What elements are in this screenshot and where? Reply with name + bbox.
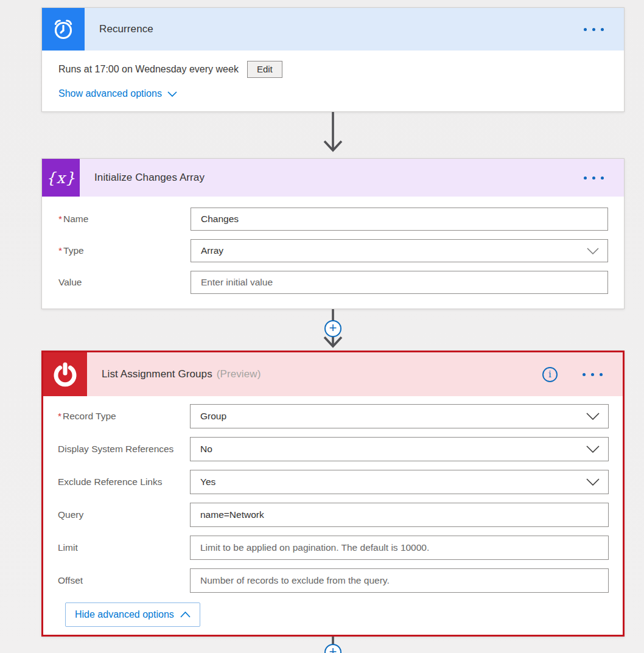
flow-connector: +	[41, 637, 625, 651]
list-assignment-groups-card: List Assignment Groups(Preview) i *Recor…	[41, 351, 625, 637]
card-menu-ellipsis-icon[interactable]	[581, 368, 604, 381]
preview-tag: (Preview)	[217, 368, 261, 380]
variable-glyph: {x}	[46, 169, 76, 187]
recurrence-card: Recurrence Runs at 17:00 on Wednesday ev…	[41, 7, 625, 112]
value-field-label: Value	[58, 276, 191, 289]
alarm-clock-icon	[42, 8, 85, 51]
query-input-wrapper	[190, 503, 609, 527]
display-system-references-field-label: Display System References	[58, 442, 190, 456]
required-marker: *	[58, 214, 62, 224]
exclude-reference-links-dropdown-value: Yes	[200, 477, 215, 487]
name-input[interactable]	[201, 214, 599, 225]
initialize-variable-card: {x} Initialize Changes Array *Name *Type	[41, 158, 625, 309]
display-system-references-dropdown[interactable]: No	[190, 437, 609, 461]
show-advanced-options-link[interactable]: Show advanced options	[58, 88, 177, 99]
required-marker: *	[58, 245, 62, 256]
info-icon[interactable]: i	[542, 367, 558, 382]
card-menu-ellipsis-icon[interactable]	[583, 23, 605, 36]
required-marker: *	[58, 411, 61, 421]
variable-icon: {x}	[42, 159, 80, 197]
initialize-variable-card-header[interactable]: {x} Initialize Changes Array	[42, 159, 624, 197]
chevron-down-icon	[586, 413, 600, 420]
list-assignment-groups-card-header[interactable]: List Assignment Groups(Preview) i	[43, 352, 623, 396]
record-type-field-label: *Record Type	[58, 410, 190, 423]
hide-advanced-options-link[interactable]: Hide advanced options	[65, 602, 200, 627]
list-assignment-groups-card-body: *Record Type Group Display System Refere…	[43, 396, 623, 635]
chevron-up-icon	[180, 612, 191, 618]
name-field-label: *Name	[58, 212, 191, 226]
card-title: Recurrence	[99, 23, 153, 35]
offset-input[interactable]	[200, 575, 600, 586]
offset-input-wrapper	[190, 568, 609, 593]
power-icon	[43, 352, 87, 396]
query-input[interactable]	[200, 509, 600, 520]
type-field-label: *Type	[58, 244, 191, 257]
offset-field-label: Offset	[58, 574, 190, 587]
exclude-reference-links-dropdown[interactable]: Yes	[190, 470, 609, 494]
plus-icon: +	[329, 321, 337, 335]
limit-input[interactable]	[200, 542, 600, 553]
recurrence-card-body: Runs at 17:00 on Wednesday every week Ed…	[42, 51, 624, 111]
plus-icon: +	[329, 644, 337, 653]
value-input[interactable]	[201, 277, 599, 288]
value-input-wrapper	[191, 271, 608, 294]
show-advanced-options-label: Show advanced options	[58, 88, 162, 99]
record-type-dropdown-value: Group	[200, 411, 226, 422]
limit-field-label: Limit	[58, 541, 190, 554]
flow-connector	[41, 112, 625, 158]
name-input-wrapper	[191, 208, 608, 231]
flow-designer-canvas: Recurrence Runs at 17:00 on Wednesday ev…	[41, 7, 625, 651]
display-system-references-dropdown-value: No	[200, 444, 212, 455]
query-field-label: Query	[58, 508, 190, 522]
chevron-down-icon	[167, 91, 177, 97]
type-dropdown-value: Array	[201, 245, 223, 256]
flow-connector: +	[41, 309, 625, 351]
chevron-down-icon	[587, 248, 599, 254]
exclude-reference-links-field-label: Exclude Reference Links	[58, 475, 190, 489]
hide-advanced-options-label: Hide advanced options	[75, 609, 174, 620]
edit-button[interactable]: Edit	[247, 61, 282, 78]
card-title: Initialize Changes Array	[94, 172, 205, 184]
recurrence-card-header[interactable]: Recurrence	[42, 8, 624, 51]
arrow-down-icon	[320, 112, 346, 158]
chevron-down-icon	[586, 445, 600, 453]
card-menu-ellipsis-icon[interactable]	[583, 172, 605, 184]
type-dropdown[interactable]: Array	[191, 239, 608, 262]
card-title: List Assignment Groups(Preview)	[102, 368, 261, 380]
initialize-variable-card-body: *Name *Type Array Value	[42, 197, 624, 309]
chevron-down-icon	[586, 478, 600, 486]
record-type-dropdown[interactable]: Group	[190, 404, 609, 428]
limit-input-wrapper	[190, 536, 609, 560]
insert-step-button[interactable]: +	[324, 320, 341, 337]
recurrence-summary-text: Runs at 17:00 on Wednesday every week	[58, 64, 239, 75]
